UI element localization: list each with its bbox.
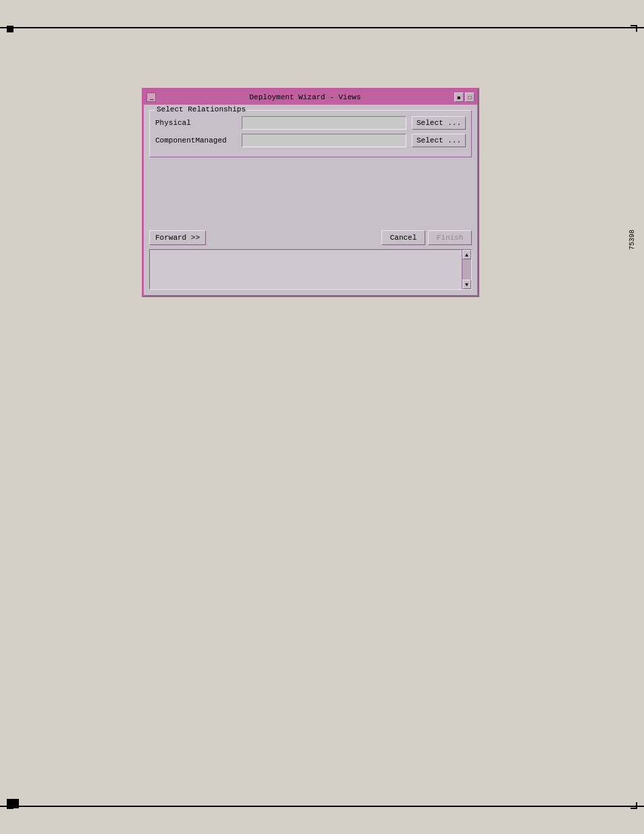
text-output-area: ▲ ▼: [149, 249, 472, 290]
forward-button[interactable]: Forward >>: [149, 230, 206, 245]
page-border-top: [0, 27, 644, 28]
cancel-button[interactable]: Cancel: [381, 230, 425, 245]
scrollbar-track[interactable]: [462, 259, 471, 280]
physical-row: Physical Select ...: [155, 116, 466, 130]
window-menu-icon[interactable]: ⎯: [146, 93, 156, 102]
select-relationships-group: Select Relationships Physical Select ...…: [149, 110, 472, 157]
component-managed-label: ComponentManaged: [155, 136, 236, 145]
scrollbar-down-button[interactable]: ▼: [462, 280, 471, 289]
physical-select-button[interactable]: Select ...: [412, 116, 466, 130]
dialog-content: Select Relationships Physical Select ...…: [144, 105, 477, 295]
scrollbar-up-button[interactable]: ▲: [462, 250, 471, 259]
scrollbar: ▲ ▼: [462, 250, 471, 289]
maximize-button[interactable]: □: [465, 93, 475, 102]
dialog-title: Deployment Wizard - Views: [156, 93, 454, 101]
dialog-window: ⎯ Deployment Wizard - Views ■ □ Select R…: [142, 88, 479, 297]
bottom-buttons: Forward >> Cancel Finish: [149, 226, 472, 245]
page-corner-tr: [630, 25, 637, 32]
minimize-button[interactable]: ■: [454, 93, 464, 102]
page-corner-br: [630, 802, 637, 809]
finish-button[interactable]: Finish: [428, 230, 472, 245]
bottom-right-buttons: Cancel Finish: [381, 230, 472, 245]
figure-label: 75398: [628, 230, 636, 250]
component-managed-select-button[interactable]: Select ...: [412, 134, 466, 147]
group-box-label: Select Relationships: [155, 105, 247, 113]
title-bar-left: ⎯: [146, 93, 156, 102]
bottom-left-buttons: Forward >>: [149, 230, 206, 245]
physical-label: Physical: [155, 119, 236, 127]
title-bar: ⎯ Deployment Wizard - Views ■ □: [144, 90, 477, 105]
text-output-content: [150, 250, 471, 255]
title-bar-controls: ■ □: [454, 93, 475, 102]
spacer: [149, 163, 472, 224]
physical-input[interactable]: [242, 116, 406, 130]
component-managed-row: ComponentManaged Select ...: [155, 134, 466, 147]
component-managed-input[interactable]: [242, 134, 406, 147]
page-border-bottom: [0, 806, 644, 807]
page-corner-mark-bl: [7, 799, 19, 808]
